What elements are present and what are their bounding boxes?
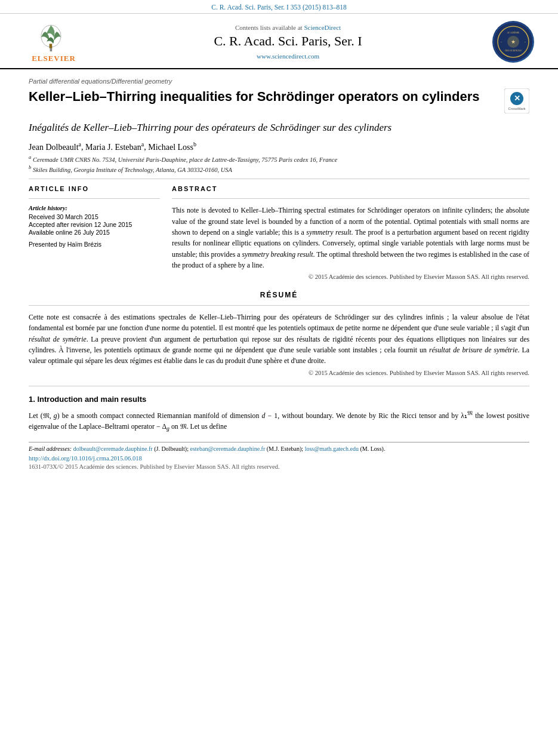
article-subtitle: Inégalités de Keller–Lieb–Thirring pour … [29, 121, 529, 135]
svg-text:ACADÉMIE: ACADÉMIE [507, 31, 520, 34]
presented-by: Presented by Haïm Brézis [29, 241, 160, 248]
resume-copyright: © 2015 Académie des sciences. Published … [29, 370, 529, 376]
svg-text:CrossMark: CrossMark [508, 107, 526, 110]
resume-header: RÉSUMÉ [29, 291, 529, 299]
journal-badge-area: ACADÉMIE DES SCIENCES ★ • • [486, 21, 540, 63]
intro-text: Let (𝔐, g) be a smooth compact connected… [29, 408, 529, 434]
issn-line: 1631-073X/© 2015 Académie des sciences. … [29, 463, 529, 470]
svg-rect-2 [50, 44, 53, 48]
article-info-header: ARTICLE INFO [29, 185, 160, 192]
history-available: Available online 26 July 2015 [29, 229, 160, 236]
article-container: Partial differential equations/Different… [0, 78, 558, 488]
title-row: Keller–Lieb–Thirring inequalities for Sc… [29, 88, 529, 116]
email-dolbeault[interactable]: dolbeault@ceremade.dauphine.fr [73, 445, 153, 452]
journal-name: C. R. Acad. Sci. Paris, Ser. I [95, 33, 480, 49]
divider-after-affiliations [29, 179, 529, 179]
journal-title-area: Contents lists available at ScienceDirec… [90, 24, 486, 60]
abstract-text: This note is devoted to Keller–Lieb–Thir… [172, 205, 529, 271]
elsevier-label: ELSEVIER [32, 54, 76, 63]
doi-link: http://dx.doi.org/10.1016/j.crma.2015.06… [29, 455, 142, 462]
email-footnote: E-mail addresses: dolbeault@ceremade.dau… [29, 445, 529, 452]
elsevier-tree-logo [27, 20, 81, 53]
resume-divider [29, 305, 529, 306]
abstract-column: ABSTRACT This note is devoted to Keller–… [172, 185, 529, 280]
email-loss[interactable]: loss@math.gatech.edu [305, 445, 359, 452]
academy-badge-svg: ACADÉMIE DES SCIENCES ★ • • [493, 21, 534, 62]
article-title: Keller–Lieb–Thirring inequalities for Sc… [29, 88, 496, 106]
sciencedirect-link[interactable]: ScienceDirect [304, 24, 341, 31]
abstract-header: ABSTRACT [172, 185, 529, 192]
article-info-column: ARTICLE INFO Article history: Received 3… [29, 185, 160, 280]
section-divider [29, 386, 529, 386]
affiliation-a: a Ceremade UMR CNRS No. 7534, Université… [29, 154, 529, 163]
journal-url[interactable]: www.sciencedirect.com [95, 53, 480, 60]
affiliation-b: b Skiles Building, Georgia Institute of … [29, 164, 529, 173]
resume-section: RÉSUMÉ Cette note est consacrée à des es… [29, 291, 529, 376]
footnote-area: E-mail addresses: dolbeault@ceremade.dau… [29, 442, 529, 470]
doi-line[interactable]: http://dx.doi.org/10.1016/j.crma.2015.06… [29, 455, 529, 462]
svg-text:✕: ✕ [514, 94, 520, 103]
info-abstract-columns: ARTICLE INFO Article history: Received 3… [29, 185, 529, 280]
history-received: Received 30 March 2015 [29, 213, 160, 220]
journal-badge: ACADÉMIE DES SCIENCES ★ • • [492, 21, 534, 63]
crossmark-area: ✕ CrossMark [504, 88, 529, 116]
svg-text:DES SCIENCES: DES SCIENCES [505, 49, 521, 52]
email-esteban[interactable]: esteban@ceremade.dauphine.fr [190, 445, 265, 452]
authors-line: Jean Dolbeaulta, Maria J. Estebana, Mich… [29, 141, 529, 152]
contents-available: Contents lists available at ScienceDirec… [95, 24, 480, 31]
journal-header: ELSEVIER Contents lists available at Sci… [0, 14, 558, 69]
section-label: Partial differential equations/Different… [29, 78, 529, 85]
top-citation-bar: C. R. Acad. Sci. Paris, Ser. I 353 (2015… [0, 0, 558, 14]
intro-section-title: 1. Introduction and main results [29, 395, 529, 404]
svg-text:★: ★ [511, 39, 516, 45]
title-area: Keller–Lieb–Thirring inequalities for Sc… [29, 88, 496, 108]
article-history-label: Article history: [29, 205, 160, 211]
abstract-divider [172, 198, 529, 199]
history-accepted: Accepted after revision 12 June 2015 [29, 221, 160, 228]
citation-text: C. R. Acad. Sci. Paris, Ser. I 353 (2015… [211, 4, 346, 11]
elsevier-logo-area: ELSEVIER [18, 20, 90, 63]
info-divider [29, 198, 160, 199]
abstract-copyright: © 2015 Académie des sciences. Published … [172, 273, 529, 280]
email-label: E-mail addresses: [29, 445, 72, 452]
crossmark-badge[interactable]: ✕ CrossMark [504, 88, 529, 113]
resume-text: Cette note est consacrée à des estimatio… [29, 312, 529, 366]
